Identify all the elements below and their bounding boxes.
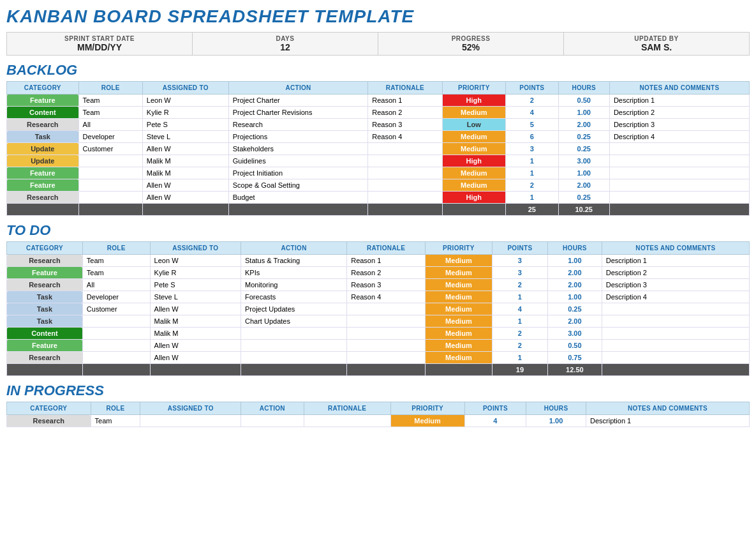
role-cell [78,167,142,179]
col-header-0-7: HOURS [558,82,609,94]
priority-cell: High [442,155,505,167]
table-row: FeatureAllen WScope & Goal SettingMedium… [7,179,750,192]
rationale-cell [368,192,442,204]
rationale-cell [368,179,442,192]
assigned-cell: Kylie R [150,267,241,279]
action-cell: Research [228,119,368,131]
days-label: DAYS [198,35,373,42]
notes-cell [609,167,749,179]
notes-cell [609,155,749,167]
table-row: TaskDeveloperSteve LProjectionsReason 4M… [7,131,750,143]
col-header-2-3: ACTION [241,402,304,415]
points-cell: 3 [492,267,547,279]
section-title-1: TO DO [6,222,750,239]
priority-cell: Medium [425,255,492,267]
action-cell: Status & Tracking [241,255,347,267]
points-cell: 1 [506,192,559,204]
assigned-cell: Malik M [142,155,228,167]
col-header-0-2: ASSIGNED TO [142,82,228,94]
notes-cell: Description 4 [602,291,749,303]
rationale-cell: Reason 4 [347,291,426,303]
rationale-cell [368,155,442,167]
hours-cell: 1.00 [547,255,602,267]
category-cell: Content [7,328,83,340]
updated-by-value: SAM S. [569,42,744,52]
points-cell: 2 [506,94,559,107]
hours-cell: 1.00 [558,167,609,179]
totals-blank-1 [82,364,150,376]
points-cell: 1 [492,315,547,328]
points-cell: 4 [464,415,526,427]
hours-cell: 0.50 [547,340,602,352]
notes-cell [609,192,749,204]
hours-cell: 0.25 [558,143,609,155]
role-cell: Developer [78,131,142,143]
table-row: TaskDeveloperSteve LForecastsReason 4Med… [7,291,750,303]
days-stat: DAYS 12 [193,33,378,55]
points-cell: 5 [506,119,559,131]
category-cell: Feature [7,340,83,352]
hours-cell: 0.75 [547,352,602,364]
section-table-1: CATEGORYROLEASSIGNED TOACTIONRATIONALEPR… [6,241,750,376]
assigned-cell: Allen W [142,179,228,192]
category-cell: Research [7,255,83,267]
action-cell [241,340,347,352]
points-cell: 6 [506,131,559,143]
category-cell: Content [7,107,79,119]
rationale-cell: Reason 2 [368,107,442,119]
category-cell: Research [7,415,91,427]
table-row: TaskCustomerAllen WProject UpdatesMedium… [7,303,750,315]
table-row: FeatureTeamKylie RKPIsReason 2Medium32.0… [7,267,750,279]
progress-label: PROGRESS [383,35,558,42]
table-row: ResearchAllPete SResearchReason 3Low52.0… [7,119,750,131]
totals-blank-0 [7,364,83,376]
table-row: ContentTeamKylie RProject Charter Revisi… [7,107,750,119]
role-cell [78,192,142,204]
page-title: KANBAN BOARD SPREADSHEET TEMPLATE [6,6,750,27]
header-stats: SPRINT START DATE MM/DD/YY DAYS 12 PROGR… [6,32,750,56]
points-cell: 2 [506,179,559,192]
progress-stat: PROGRESS 52% [378,33,564,55]
category-cell: Feature [7,179,79,192]
points-cell: 3 [492,255,547,267]
points-cell: 4 [506,107,559,119]
priority-cell: Medium [425,340,492,352]
totals-blank-4 [368,204,442,216]
col-header-0-8: NOTES AND COMMENTS [609,82,749,94]
points-cell: 4 [492,303,547,315]
assigned-cell: Pete S [142,119,228,131]
totals-row: 1912.50 [7,364,750,376]
totals-row: 2510.25 [7,204,750,216]
days-value: 12 [198,42,373,52]
action-cell: Forecasts [241,291,347,303]
category-cell: Research [7,352,83,364]
category-cell: Research [7,279,83,291]
points-cell: 1 [506,155,559,167]
points-cell: 1 [492,352,547,364]
col-header-1-1: ROLE [82,242,150,255]
section-table-2: CATEGORYROLEASSIGNED TOACTIONRATIONALEPR… [6,402,750,427]
col-header-0-0: CATEGORY [7,82,79,94]
col-header-2-4: RATIONALE [304,402,390,415]
notes-cell [602,303,749,315]
totals-blank-5 [425,364,492,376]
assigned-cell: Malik M [150,315,241,328]
col-header-1-5: PRIORITY [425,242,492,255]
table-row: FeatureAllen WMedium20.50 [7,340,750,352]
assigned-cell: Malik M [150,328,241,340]
assigned-cell: Pete S [150,279,241,291]
assigned-cell: Allen W [150,340,241,352]
category-cell: Research [7,119,79,131]
table-row: ResearchTeamLeon WStatus & TrackingReaso… [7,255,750,267]
col-header-2-8: NOTES AND COMMENTS [586,402,749,415]
section-table-0: CATEGORYROLEASSIGNED TOACTIONRATIONALEPR… [6,81,750,216]
updated-by-stat: UPDATED BY SAM S. [564,33,749,55]
category-cell: Feature [7,267,83,279]
rationale-cell [368,143,442,155]
hours-cell: 1.00 [547,291,602,303]
hours-cell: 0.50 [558,94,609,107]
rationale-cell: Reason 3 [347,279,426,291]
rationale-cell [347,303,426,315]
rationale-cell: Reason 4 [368,131,442,143]
category-cell: Task [7,131,79,143]
